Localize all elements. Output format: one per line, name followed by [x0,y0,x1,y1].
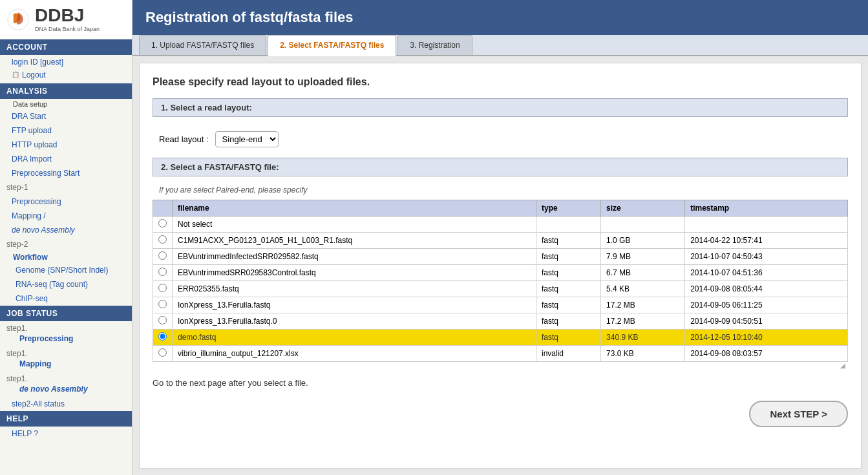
cell-timestamp: 2014-09-08 08:03:57 [685,346,848,362]
sidebar-ftp-upload[interactable]: FTP upload [0,123,132,138]
cell-filename: Not select [173,216,536,233]
file-radio[interactable] [158,332,167,341]
cell-timestamp: 2014-09-08 08:05:44 [685,281,848,297]
table-row[interactable]: IonXpress_13.Ferulla.fastq.0fastq17.2 MB… [153,313,848,330]
sidebar-http-upload[interactable]: HTTP upload [0,138,132,152]
cell-timestamp: 2014-10-07 04:51:36 [685,265,848,281]
cell-type: fastq [536,233,601,249]
tab-bar: 1. Upload FASTA/FASTQ files 2. Select FA… [132,35,868,56]
table-row[interactable]: demo.fastqfastq340.9 KB2014-12-05 10:10:… [153,330,848,346]
table-row[interactable]: EBVuntrimmedInfectedSRR029582.fastqfastq… [153,249,848,265]
sidebar-preprocessing-start[interactable]: Preprocessing Start [0,166,132,180]
data-setup-label: Data setup [0,99,132,109]
file-radio[interactable] [158,316,167,324]
paired-end-note: If you are select Paired-end, please spe… [153,185,848,200]
job-status-section-header: JOB STATUS [0,306,132,321]
radio-cell[interactable] [153,297,173,313]
main-area: Registration of fastq/fasta files 1. Upl… [132,0,868,475]
sidebar-mapping[interactable]: Mapping / [0,209,132,223]
cell-size: 5.4 KB [601,281,685,297]
cell-timestamp [685,216,848,233]
table-row[interactable]: vibrio_illumina_output_121207.xlsxinvali… [153,346,848,362]
radio-cell[interactable] [153,249,173,265]
cell-filename: IonXpress_13.Ferulla.fastq [173,297,536,313]
cell-size: 7.9 MB [601,249,685,265]
ddbj-logo-text: DDBJ [35,5,100,26]
radio-cell[interactable] [153,216,173,233]
table-row[interactable]: Not select [153,216,848,233]
table-row[interactable]: C1M91ACXX_PG0123_01A05_H1_L003_R1.fastqf… [153,233,848,249]
read-layout-label: Read layout : [159,134,209,144]
cell-size: 73.0 KB [601,346,685,362]
tab-select[interactable]: 2. Select FASTA/FASTQ files [268,35,396,56]
radio-cell[interactable] [153,330,173,346]
radio-cell[interactable] [153,233,173,249]
tab-upload[interactable]: 1. Upload FASTA/FASTQ files [139,35,266,55]
job-step2-all-link[interactable]: step2-All status [0,397,132,411]
cell-type: fastq [536,265,601,281]
sidebar-dra-start[interactable]: DRA Start [0,109,132,123]
next-step-row: Next STEP > [153,401,848,427]
cell-type: fastq [536,313,601,330]
sidebar-login-id[interactable]: login ID [guest] [0,55,132,69]
file-radio[interactable] [158,268,167,276]
cell-type: fastq [536,249,601,265]
cell-filename: demo.fastq [173,330,536,346]
table-row[interactable]: IonXpress_13.Ferulla.fastqfastq17.2 MB20… [153,297,848,313]
cell-type: invalid [536,346,601,362]
cell-size: 1.0 GB [601,233,685,249]
table-row[interactable]: ERR025355.fastqfastq5.4 KB2014-09-08 08:… [153,281,848,297]
cell-filename: EBVuntrimmedInfectedSRR029582.fastq [173,249,536,265]
sidebar-chipseq[interactable]: ChIP-seq [0,291,132,306]
cell-type [536,216,601,233]
account-section-header: ACCOUNT [0,39,132,55]
next-step-button[interactable]: Next STEP > [749,401,848,427]
radio-cell[interactable] [153,346,173,362]
cell-timestamp: 2014-09-05 06:11:25 [685,297,848,313]
sidebar-dra-import[interactable]: DRA Import [0,152,132,166]
job-preprocessing-link[interactable]: Preprocessing [6,333,125,344]
step1-label: step-1 [0,180,132,195]
sidebar-workflow[interactable]: Workflow [0,251,132,263]
sidebar-rnaseq[interactable]: RNA-seq (Tag count) [0,277,132,291]
read-layout-row: Read layout : Single-end Paired-end [153,126,848,158]
table-row[interactable]: EBVuntrimmedSRR029583Control.fastqfastq6… [153,265,848,281]
file-radio[interactable] [158,284,167,292]
job-step1-preprocessing-label: step1. [6,324,28,333]
section1-box: 1. Select a read layout: [153,98,848,117]
footer-note: Go to the next page after you select a f… [153,378,848,388]
cell-filename: C1M91ACXX_PG0123_01A05_H1_L003_R1.fastq [173,233,536,249]
cell-size: 340.9 KB [601,330,685,346]
file-radio[interactable] [158,251,167,260]
cell-timestamp: 2014-09-09 04:50:51 [685,313,848,330]
cell-type: fastq [536,330,601,346]
job-denovo-link[interactable]: de novo Assembly [6,383,125,395]
sidebar-genome[interactable]: Genome (SNP/Short Indel) [0,263,132,277]
cell-filename: IonXpress_13.Ferulla.fastq.0 [173,313,536,330]
help-link[interactable]: HELP ? [0,427,132,441]
sidebar-denovo-assembly[interactable]: de novo Assembly [0,223,132,237]
radio-cell[interactable] [153,313,173,330]
content-title: Please specify read layout to uploaded f… [153,76,848,88]
col-radio [153,200,173,216]
cell-timestamp: 2014-10-07 04:50:43 [685,249,848,265]
cell-size: 17.2 MB [601,297,685,313]
file-radio[interactable] [158,235,167,244]
cell-size: 17.2 MB [601,313,685,330]
step2-label: step-2 [0,237,132,251]
col-type: type [536,200,601,216]
help-section-header: HELP [0,411,132,427]
sidebar-logout-link[interactable]: Logout [22,70,46,79]
read-layout-select[interactable]: Single-end Paired-end [215,131,279,147]
file-radio[interactable] [158,348,167,357]
radio-cell[interactable] [153,265,173,281]
tab-registration[interactable]: 3. Registration [397,35,472,55]
ddbj-logo-sub: DNA Data Bank of Japan [35,26,100,34]
job-mapping-link[interactable]: Mapping [6,358,125,370]
job-step1-mapping-label: step1. [6,349,28,358]
radio-cell[interactable] [153,281,173,297]
file-radio[interactable] [158,300,167,308]
sidebar-preprocessing[interactable]: Preprocessing [0,195,132,209]
file-table: filename type size timestamp Not selectC… [153,200,848,362]
file-radio[interactable] [158,219,167,227]
